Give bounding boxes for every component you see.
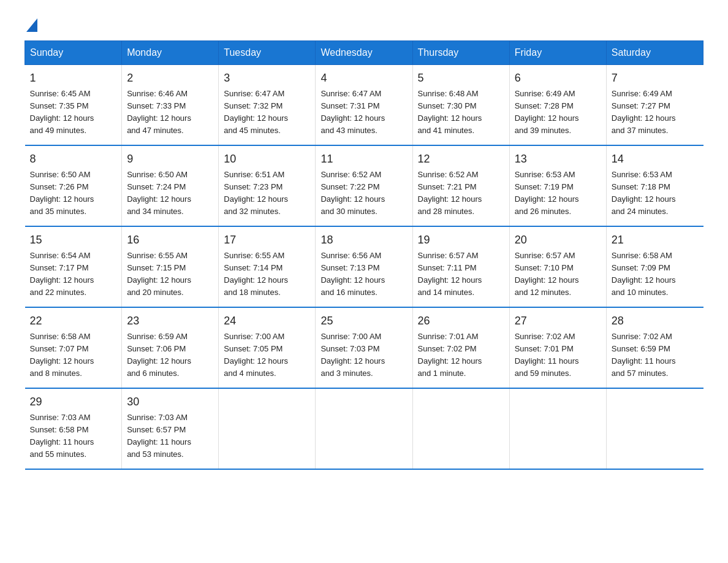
calendar-cell xyxy=(219,388,316,469)
day-number: 3 xyxy=(224,70,310,86)
header-day-thursday: Thursday xyxy=(412,40,509,64)
day-number: 12 xyxy=(418,151,504,167)
day-number: 24 xyxy=(224,313,310,329)
day-number: 29 xyxy=(30,394,117,410)
day-info: Sunrise: 6:50 AMSunset: 7:26 PMDaylight:… xyxy=(30,170,94,216)
day-number: 4 xyxy=(320,70,407,86)
day-info: Sunrise: 6:58 AMSunset: 7:07 PMDaylight:… xyxy=(30,332,94,378)
calendar-cell xyxy=(509,388,606,469)
calendar-cell: 22Sunrise: 6:58 AMSunset: 7:07 PMDayligh… xyxy=(25,307,122,388)
calendar-cell: 7Sunrise: 6:49 AMSunset: 7:27 PMDaylight… xyxy=(606,64,703,145)
calendar-week-row: 22Sunrise: 6:58 AMSunset: 7:07 PMDayligh… xyxy=(25,307,703,388)
day-number: 10 xyxy=(224,151,310,167)
day-info: Sunrise: 7:00 AMSunset: 7:03 PMDaylight:… xyxy=(320,332,385,378)
calendar-cell: 17Sunrise: 6:55 AMSunset: 7:14 PMDayligh… xyxy=(219,226,316,307)
calendar-cell xyxy=(316,388,412,469)
day-info: Sunrise: 6:49 AMSunset: 7:27 PMDaylight:… xyxy=(612,89,676,136)
day-info: Sunrise: 7:03 AMSunset: 6:57 PMDaylight:… xyxy=(127,413,191,459)
calendar-week-row: 1Sunrise: 6:45 AMSunset: 7:35 PMDaylight… xyxy=(25,64,703,145)
calendar-cell: 6Sunrise: 6:49 AMSunset: 7:28 PMDaylight… xyxy=(509,64,606,145)
day-info: Sunrise: 7:03 AMSunset: 6:58 PMDaylight:… xyxy=(30,413,94,459)
day-number: 14 xyxy=(612,151,699,167)
calendar-cell: 27Sunrise: 7:02 AMSunset: 7:01 PMDayligh… xyxy=(509,307,606,388)
day-number: 1 xyxy=(30,70,117,86)
day-info: Sunrise: 6:52 AMSunset: 7:21 PMDaylight:… xyxy=(418,170,482,216)
calendar-cell: 10Sunrise: 6:51 AMSunset: 7:23 PMDayligh… xyxy=(219,145,316,226)
calendar-cell xyxy=(412,388,509,469)
day-info: Sunrise: 6:57 AMSunset: 7:10 PMDaylight:… xyxy=(515,251,579,297)
day-info: Sunrise: 6:52 AMSunset: 7:22 PMDaylight:… xyxy=(320,170,385,216)
calendar-table: SundayMondayTuesdayWednesdayThursdayFrid… xyxy=(25,40,703,470)
calendar-cell: 25Sunrise: 7:00 AMSunset: 7:03 PMDayligh… xyxy=(316,307,412,388)
day-number: 13 xyxy=(515,151,601,167)
header-day-friday: Friday xyxy=(509,40,606,64)
calendar-cell: 1Sunrise: 6:45 AMSunset: 7:35 PMDaylight… xyxy=(25,64,122,145)
header-day-saturday: Saturday xyxy=(606,40,703,64)
day-info: Sunrise: 6:54 AMSunset: 7:17 PMDaylight:… xyxy=(30,251,94,297)
day-info: Sunrise: 7:00 AMSunset: 7:05 PMDaylight:… xyxy=(224,332,288,378)
day-info: Sunrise: 6:51 AMSunset: 7:23 PMDaylight:… xyxy=(224,170,288,216)
day-number: 18 xyxy=(320,232,407,248)
calendar-cell: 18Sunrise: 6:56 AMSunset: 7:13 PMDayligh… xyxy=(316,226,412,307)
day-info: Sunrise: 6:47 AMSunset: 7:31 PMDaylight:… xyxy=(320,89,385,136)
logo-triangle-icon xyxy=(26,18,37,32)
day-number: 8 xyxy=(30,151,117,167)
calendar-cell xyxy=(606,388,703,469)
calendar-cell: 9Sunrise: 6:50 AMSunset: 7:24 PMDaylight… xyxy=(122,145,219,226)
calendar-week-row: 29Sunrise: 7:03 AMSunset: 6:58 PMDayligh… xyxy=(25,388,703,469)
calendar-cell: 13Sunrise: 6:53 AMSunset: 7:19 PMDayligh… xyxy=(509,145,606,226)
calendar-cell: 2Sunrise: 6:46 AMSunset: 7:33 PMDaylight… xyxy=(122,64,219,145)
calendar-cell: 26Sunrise: 7:01 AMSunset: 7:02 PMDayligh… xyxy=(412,307,509,388)
day-info: Sunrise: 6:55 AMSunset: 7:15 PMDaylight:… xyxy=(127,251,191,297)
day-info: Sunrise: 7:01 AMSunset: 7:02 PMDaylight:… xyxy=(418,332,482,378)
day-number: 21 xyxy=(612,232,699,248)
header-day-wednesday: Wednesday xyxy=(316,40,412,64)
calendar-week-row: 15Sunrise: 6:54 AMSunset: 7:17 PMDayligh… xyxy=(25,226,703,307)
day-info: Sunrise: 7:02 AMSunset: 7:01 PMDaylight:… xyxy=(515,332,579,378)
day-number: 7 xyxy=(612,70,699,86)
day-info: Sunrise: 6:45 AMSunset: 7:35 PMDaylight:… xyxy=(30,89,94,136)
calendar-cell: 20Sunrise: 6:57 AMSunset: 7:10 PMDayligh… xyxy=(509,226,606,307)
day-number: 28 xyxy=(612,313,699,329)
logo xyxy=(25,18,37,34)
day-number: 17 xyxy=(224,232,310,248)
day-info: Sunrise: 6:58 AMSunset: 7:09 PMDaylight:… xyxy=(612,251,676,297)
day-info: Sunrise: 6:55 AMSunset: 7:14 PMDaylight:… xyxy=(224,251,288,297)
header-day-tuesday: Tuesday xyxy=(219,40,316,64)
calendar-cell: 15Sunrise: 6:54 AMSunset: 7:17 PMDayligh… xyxy=(25,226,122,307)
calendar-cell: 14Sunrise: 6:53 AMSunset: 7:18 PMDayligh… xyxy=(606,145,703,226)
calendar-cell: 16Sunrise: 6:55 AMSunset: 7:15 PMDayligh… xyxy=(122,226,219,307)
day-info: Sunrise: 6:59 AMSunset: 7:06 PMDaylight:… xyxy=(127,332,191,378)
header-day-sunday: Sunday xyxy=(25,40,122,64)
page-header xyxy=(25,18,703,34)
day-number: 22 xyxy=(30,313,117,329)
day-number: 11 xyxy=(320,151,407,167)
calendar-cell: 30Sunrise: 7:03 AMSunset: 6:57 PMDayligh… xyxy=(122,388,219,469)
calendar-cell: 29Sunrise: 7:03 AMSunset: 6:58 PMDayligh… xyxy=(25,388,122,469)
day-number: 23 xyxy=(127,313,213,329)
calendar-cell: 8Sunrise: 6:50 AMSunset: 7:26 PMDaylight… xyxy=(25,145,122,226)
calendar-cell: 28Sunrise: 7:02 AMSunset: 6:59 PMDayligh… xyxy=(606,307,703,388)
day-info: Sunrise: 6:50 AMSunset: 7:24 PMDaylight:… xyxy=(127,170,191,216)
day-number: 9 xyxy=(127,151,213,167)
calendar-cell: 11Sunrise: 6:52 AMSunset: 7:22 PMDayligh… xyxy=(316,145,412,226)
calendar-cell: 21Sunrise: 6:58 AMSunset: 7:09 PMDayligh… xyxy=(606,226,703,307)
calendar-header-row: SundayMondayTuesdayWednesdayThursdayFrid… xyxy=(25,40,703,64)
calendar-cell: 24Sunrise: 7:00 AMSunset: 7:05 PMDayligh… xyxy=(219,307,316,388)
day-info: Sunrise: 6:48 AMSunset: 7:30 PMDaylight:… xyxy=(418,89,482,136)
day-number: 20 xyxy=(515,232,601,248)
calendar-week-row: 8Sunrise: 6:50 AMSunset: 7:26 PMDaylight… xyxy=(25,145,703,226)
svg-marker-0 xyxy=(26,18,37,32)
calendar-cell: 4Sunrise: 6:47 AMSunset: 7:31 PMDaylight… xyxy=(316,64,412,145)
calendar-cell: 19Sunrise: 6:57 AMSunset: 7:11 PMDayligh… xyxy=(412,226,509,307)
day-number: 25 xyxy=(320,313,407,329)
day-number: 30 xyxy=(127,394,213,410)
calendar-cell: 3Sunrise: 6:47 AMSunset: 7:32 PMDaylight… xyxy=(219,64,316,145)
calendar-cell: 5Sunrise: 6:48 AMSunset: 7:30 PMDaylight… xyxy=(412,64,509,145)
day-info: Sunrise: 6:49 AMSunset: 7:28 PMDaylight:… xyxy=(515,89,579,136)
day-number: 2 xyxy=(127,70,213,86)
day-number: 15 xyxy=(30,232,117,248)
day-number: 16 xyxy=(127,232,213,248)
day-info: Sunrise: 6:53 AMSunset: 7:19 PMDaylight:… xyxy=(515,170,579,216)
day-info: Sunrise: 6:57 AMSunset: 7:11 PMDaylight:… xyxy=(418,251,482,297)
